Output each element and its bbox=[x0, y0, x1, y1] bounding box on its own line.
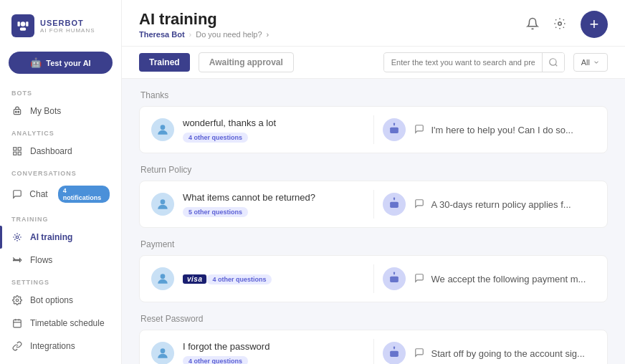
sidebar-item-chat[interactable]: Chat 4 notifications bbox=[0, 180, 121, 209]
svg-point-39 bbox=[393, 346, 395, 348]
settings-header-icon[interactable] bbox=[553, 17, 566, 32]
more-questions-tag[interactable]: 5 other questions bbox=[183, 207, 248, 217]
filter-button[interactable]: All bbox=[573, 53, 608, 72]
add-button[interactable]: + bbox=[581, 11, 608, 38]
qa-card[interactable]: wonderful, thanks a lot4 other questions… bbox=[139, 106, 608, 153]
sidebar: USERBOT AI FOR HUMANS 🤖 Test your AI BOT… bbox=[0, 0, 122, 364]
sidebar-label-chat: Chat bbox=[29, 189, 47, 199]
svg-point-35 bbox=[161, 348, 166, 353]
page-title: AI training bbox=[139, 10, 269, 29]
svg-point-12 bbox=[16, 299, 19, 302]
help-arrow: › bbox=[267, 30, 269, 39]
svg-line-19 bbox=[555, 64, 557, 67]
answer-area: We accept the following payment m... bbox=[414, 273, 596, 285]
svg-point-28 bbox=[395, 204, 397, 206]
chat-badge: 4 notifications bbox=[58, 186, 110, 203]
svg-rect-10 bbox=[18, 152, 21, 155]
svg-point-11 bbox=[16, 236, 19, 239]
svg-rect-7 bbox=[14, 148, 16, 150]
answer-text: Start off by going to the account sig... bbox=[431, 348, 585, 359]
svg-point-18 bbox=[550, 59, 556, 65]
answer-text: I'm here to help you! Can I do so... bbox=[431, 125, 573, 135]
answer-area: Start off by going to the account sig... bbox=[414, 348, 596, 360]
calendar-icon bbox=[11, 317, 23, 329]
svg-point-34 bbox=[393, 272, 395, 274]
svg-point-37 bbox=[391, 353, 393, 355]
breadcrumb-separator: › bbox=[189, 30, 192, 39]
sidebar-label-flows: Flows bbox=[30, 255, 52, 265]
svg-rect-3 bbox=[26, 21, 28, 27]
svg-rect-36 bbox=[390, 351, 399, 357]
flows-icon bbox=[11, 254, 23, 266]
visa-tag: visa bbox=[183, 274, 206, 284]
logo-icon bbox=[11, 14, 34, 37]
category-title: Payment bbox=[139, 239, 608, 249]
tab-awaiting-approval[interactable]: Awaiting approval bbox=[199, 52, 294, 72]
question-area: visa4 other questions bbox=[183, 273, 365, 284]
bell-icon[interactable] bbox=[526, 17, 539, 32]
category-block: Paymentvisa4 other questionsWe accept th… bbox=[139, 239, 608, 302]
svg-rect-8 bbox=[18, 148, 21, 150]
ai-training-icon bbox=[11, 231, 23, 243]
main-content: AI training Theresa Bot › Do you need he… bbox=[122, 0, 625, 364]
logo: USERBOT AI FOR HUMANS bbox=[0, 9, 121, 49]
bot-avatar bbox=[383, 267, 406, 290]
divider bbox=[373, 190, 374, 219]
user-avatar bbox=[151, 193, 174, 216]
qa-card[interactable]: I forgot the password4 other questionsSt… bbox=[139, 330, 608, 364]
svg-rect-26 bbox=[390, 202, 399, 208]
answer-area: A 30-days return policy applies f... bbox=[414, 198, 596, 211]
header-left: AI training Theresa Bot › Do you need he… bbox=[139, 10, 269, 39]
settings-icon bbox=[11, 294, 23, 306]
svg-rect-1 bbox=[20, 28, 26, 31]
sidebar-label-bot-options: Bot options bbox=[30, 295, 73, 305]
sidebar-label-integrations: Integrations bbox=[30, 341, 75, 351]
sidebar-label-my-bots: My Bots bbox=[30, 106, 61, 116]
divider bbox=[373, 115, 374, 144]
answer-area: I'm here to help you! Can I do so... bbox=[414, 124, 596, 136]
svg-point-6 bbox=[18, 111, 19, 112]
more-questions-tag[interactable]: 4 other questions bbox=[206, 274, 272, 284]
user-avatar bbox=[151, 267, 174, 290]
question-text: What items cannot be returned? bbox=[183, 192, 365, 203]
tab-trained[interactable]: Trained bbox=[139, 53, 190, 72]
divider bbox=[373, 339, 374, 364]
sidebar-item-ai-training[interactable]: AI training bbox=[0, 226, 121, 249]
question-area: What items cannot be returned?5 other qu… bbox=[183, 192, 365, 217]
qa-card[interactable]: visa4 other questionsWe accept the follo… bbox=[139, 255, 608, 302]
answer-text: We accept the following payment m... bbox=[431, 274, 586, 284]
divider bbox=[373, 264, 374, 293]
message-icon bbox=[414, 198, 424, 211]
integrations-icon bbox=[11, 340, 23, 352]
sidebar-item-bot-options[interactable]: Bot options bbox=[0, 289, 121, 312]
filter-label: All bbox=[581, 58, 590, 67]
sidebar-item-my-bots[interactable]: My Bots bbox=[0, 100, 121, 123]
content-area: Thankswonderful, thanks a lot4 other que… bbox=[122, 79, 625, 364]
sidebar-item-integrations[interactable]: Integrations bbox=[0, 335, 121, 358]
question-area: wonderful, thanks a lot4 other questions bbox=[183, 118, 365, 143]
sidebar-item-dashboard[interactable]: Dashboard bbox=[0, 140, 121, 163]
training-section-label: TRAINING bbox=[0, 209, 121, 226]
svg-rect-31 bbox=[390, 277, 399, 282]
svg-point-30 bbox=[161, 274, 166, 279]
category-block: Reset PasswordI forgot the password4 oth… bbox=[139, 314, 608, 364]
message-icon bbox=[414, 348, 424, 360]
user-avatar bbox=[151, 118, 174, 141]
svg-rect-9 bbox=[14, 152, 16, 155]
sidebar-item-timetable[interactable]: Timetable schedule bbox=[0, 312, 121, 335]
qa-card[interactable]: What items cannot be returned?5 other qu… bbox=[139, 181, 608, 228]
bot-avatar bbox=[383, 118, 406, 141]
logo-text: USERBOT AI FOR HUMANS bbox=[40, 19, 95, 34]
sidebar-item-flows[interactable]: Flows bbox=[0, 249, 121, 272]
bot-name: Theresa Bot bbox=[139, 30, 185, 39]
help-text: Do you need help? bbox=[196, 30, 262, 39]
search-button[interactable] bbox=[542, 53, 564, 72]
svg-point-17 bbox=[558, 21, 562, 25]
more-questions-tag[interactable]: 4 other questions bbox=[183, 133, 248, 143]
svg-rect-21 bbox=[390, 128, 399, 133]
search-input[interactable] bbox=[384, 54, 542, 71]
category-block: Return PolicyWhat items cannot be return… bbox=[139, 165, 608, 228]
message-icon bbox=[414, 273, 424, 285]
test-ai-button[interactable]: 🤖 Test your AI bbox=[9, 52, 113, 74]
more-questions-tag[interactable]: 4 other questions bbox=[183, 356, 248, 365]
